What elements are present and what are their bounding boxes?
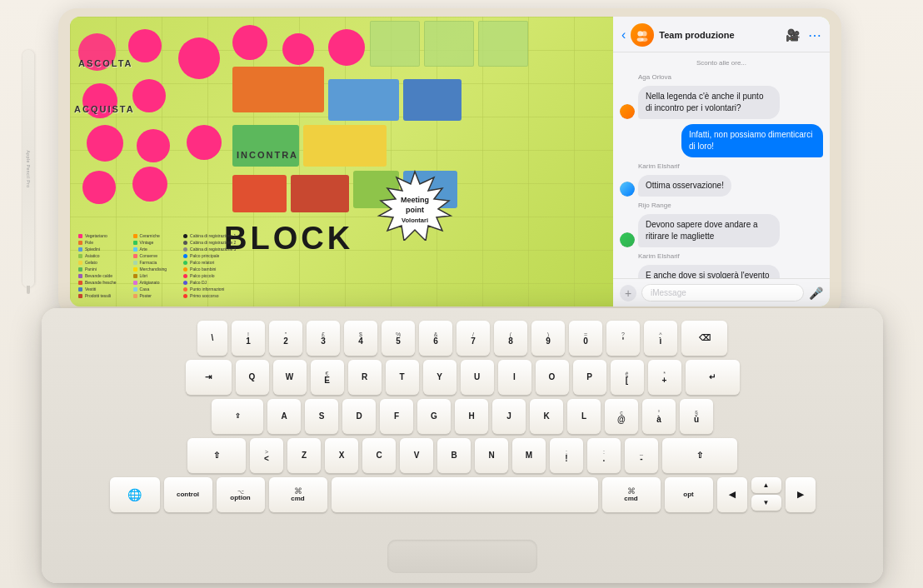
map-block-pink13 xyxy=(132,167,167,202)
key-3[interactable]: £3 xyxy=(307,321,340,356)
imessage-input-field[interactable]: iMessage xyxy=(641,284,804,301)
key-8[interactable]: (8 xyxy=(494,321,527,356)
legend-item: Palco bambini xyxy=(183,267,236,272)
key-0[interactable]: =0 xyxy=(569,321,602,356)
key-y[interactable]: Y xyxy=(423,360,457,395)
key-space[interactable] xyxy=(332,477,598,512)
key-e[interactable]: €E xyxy=(311,360,344,395)
key-7[interactable]: /7 xyxy=(457,321,490,356)
key-tab[interactable]: ⇥ xyxy=(186,360,232,395)
facetime-icon[interactable]: 🎥 xyxy=(786,28,800,42)
trackpad[interactable] xyxy=(387,540,537,573)
key-l[interactable]: L xyxy=(567,399,601,434)
key-shift-left[interactable]: ⇧ xyxy=(187,438,246,473)
key-angle-bracket[interactable]: >< xyxy=(250,438,283,473)
key-d[interactable]: D xyxy=(342,399,376,434)
legend-item: Casa xyxy=(133,287,167,292)
key-bracket-l[interactable]: é[ xyxy=(611,360,644,395)
key-5[interactable]: %5 xyxy=(382,321,415,356)
key-capslock[interactable]: ⇪ xyxy=(212,399,263,434)
msg-bubble: E anche dove si svolgerà l'evento di rin… xyxy=(638,265,780,278)
scene: Apple Pencil Pro xyxy=(0,0,923,588)
key-n[interactable]: N xyxy=(475,438,508,473)
key-bracket-r[interactable]: *+ xyxy=(648,360,681,395)
add-attachment-button[interactable]: + xyxy=(620,285,636,301)
legend-item: Palco principale xyxy=(183,253,236,258)
key-minus[interactable]: _- xyxy=(625,438,658,473)
key-semicolon[interactable]: ç@ xyxy=(605,399,638,434)
legend-item: Poster xyxy=(133,293,167,298)
key-h[interactable]: H xyxy=(455,399,488,434)
key-g[interactable]: G xyxy=(417,399,451,434)
key-grave[interactable]: ^ì xyxy=(644,321,677,356)
legend-item: Artigianato xyxy=(133,280,167,285)
key-cmd-right[interactable]: ⌘cmd xyxy=(602,477,661,512)
message-row-received2: Ottima osservazione! xyxy=(620,175,823,197)
key-x[interactable]: X xyxy=(325,438,358,473)
key-shift-right[interactable]: ⇧ xyxy=(662,438,737,473)
ipad-device: Meeting point Volontari ASCOLTA ACQUISTA… xyxy=(58,8,841,316)
key-w[interactable]: W xyxy=(273,360,307,395)
key-cmd-left[interactable]: ⌘cmd xyxy=(269,477,327,512)
key-9[interactable]: )9 xyxy=(531,321,565,356)
key-o[interactable]: O xyxy=(536,360,569,395)
svg-text:point: point xyxy=(406,206,424,214)
key-m[interactable]: M xyxy=(512,438,546,473)
key-return[interactable]: ↵ xyxy=(686,360,740,395)
key-v[interactable]: V xyxy=(400,438,433,473)
key-backslash[interactable]: \ xyxy=(197,321,227,356)
key-f[interactable]: F xyxy=(380,399,413,434)
burst-svg: Meeting point Volontari xyxy=(372,167,459,241)
key-a[interactable]: A xyxy=(267,399,301,434)
key-c[interactable]: C xyxy=(362,438,396,473)
key-arrow-up[interactable]: ▲ xyxy=(751,477,781,493)
map-content: Meeting point Volontari ASCOLTA ACQUISTA… xyxy=(70,17,613,306)
key-q[interactable]: Q xyxy=(236,360,269,395)
key-r[interactable]: R xyxy=(348,360,382,395)
legend-item: Cabina di registrazione 1 xyxy=(183,233,236,238)
key-1[interactable]: !1 xyxy=(232,321,265,356)
ipad-screen: Meeting point Volontari ASCOLTA ACQUISTA… xyxy=(70,17,830,306)
key-b[interactable]: B xyxy=(437,438,471,473)
key-control[interactable]: control xyxy=(164,477,212,512)
map-block-pink10 xyxy=(137,129,170,162)
map-block-orange xyxy=(232,67,324,112)
map-legend: Vegetariano Pole Spiedini Asiatico Gelat… xyxy=(78,233,236,298)
map-block-blue1 xyxy=(328,79,399,121)
key-period[interactable]: :. xyxy=(587,438,621,473)
key-s[interactable]: S xyxy=(305,399,338,434)
key-6[interactable]: &6 xyxy=(419,321,452,356)
legend-item: Ceramiche xyxy=(133,233,167,238)
map-block-light2 xyxy=(424,21,474,67)
key-hash[interactable]: §ù xyxy=(680,399,713,434)
legend-item: Vegetariano xyxy=(78,233,117,238)
key-arrow-left[interactable]: ◀ xyxy=(717,477,747,512)
more-icon[interactable]: ⋯ xyxy=(808,27,821,43)
key-quote[interactable]: ?' xyxy=(606,321,640,356)
key-u[interactable]: U xyxy=(461,360,494,395)
legend-item: Bevande calde xyxy=(78,273,117,278)
key-p[interactable]: P xyxy=(573,360,606,395)
legend-item: Farmacia xyxy=(133,260,167,265)
messages-list[interactable]: Sconto alle ore... Aga Orlova Nella lege… xyxy=(613,52,830,278)
back-arrow-icon[interactable]: ‹ xyxy=(621,27,626,42)
key-comma[interactable]: ;! xyxy=(550,438,583,473)
map-block-yellow xyxy=(303,125,387,167)
legend-item: Palco piccolo xyxy=(183,273,236,278)
key-arrow-down[interactable]: ▼ xyxy=(751,495,781,511)
key-arrow-right[interactable]: ▶ xyxy=(786,477,816,512)
key-i[interactable]: I xyxy=(498,360,531,395)
key-4[interactable]: $4 xyxy=(344,321,377,356)
key-t[interactable]: T xyxy=(386,360,419,395)
map-block-pink4 xyxy=(232,25,267,60)
key-k[interactable]: K xyxy=(530,399,563,434)
key-apostrophe[interactable]: °à xyxy=(642,399,676,434)
key-option[interactable]: ⌥option xyxy=(217,477,265,512)
key-2[interactable]: "2 xyxy=(269,321,302,356)
key-opt-right[interactable]: opt xyxy=(665,477,713,512)
key-z[interactable]: Z xyxy=(287,438,321,473)
key-j[interactable]: J xyxy=(492,399,526,434)
key-backspace[interactable]: ⌫ xyxy=(681,321,727,356)
key-globe[interactable]: 🌐 xyxy=(110,477,160,512)
mic-button[interactable]: 🎤 xyxy=(809,287,823,300)
